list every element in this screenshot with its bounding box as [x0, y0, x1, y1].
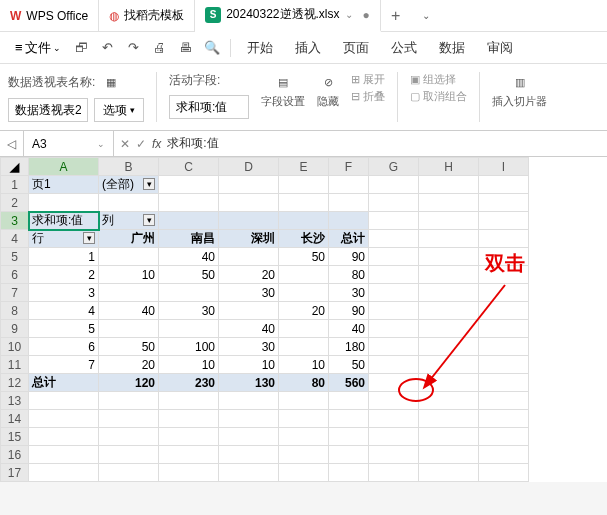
cell[interactable]	[419, 338, 479, 356]
cell[interactable]	[369, 446, 419, 464]
pivot-col-0[interactable]: 广州	[99, 230, 159, 248]
row-header-16[interactable]: 16	[1, 446, 29, 464]
formula-area[interactable]: ✕ ✓ fx 求和项:值	[114, 135, 225, 152]
pivot-data[interactable]	[99, 320, 159, 338]
menu-start[interactable]: 开始	[237, 35, 283, 61]
cell[interactable]	[29, 464, 99, 482]
tab-file[interactable]: S 20240322逆透视.xlsx ⌄ ●	[195, 0, 381, 32]
pivot-data[interactable]	[159, 320, 219, 338]
cell[interactable]	[279, 410, 329, 428]
pivot-data[interactable]: 40	[329, 320, 369, 338]
pivot-refresh-icon[interactable]: ▦	[101, 72, 121, 92]
cell-B1[interactable]: (全部)▾	[99, 176, 159, 194]
row-header-10[interactable]: 10	[1, 338, 29, 356]
name-box[interactable]: A3 ⌄	[24, 131, 114, 156]
cell[interactable]	[369, 302, 419, 320]
close-tab-icon[interactable]: ●	[363, 8, 370, 22]
cell[interactable]	[369, 194, 419, 212]
cell[interactable]	[329, 410, 369, 428]
cell[interactable]	[369, 284, 419, 302]
row-header-3[interactable]: 3	[1, 212, 29, 230]
cell[interactable]	[479, 464, 529, 482]
group-select-button[interactable]: ▣组选择	[410, 72, 467, 87]
cell[interactable]	[99, 428, 159, 446]
cell[interactable]	[219, 212, 279, 230]
pivot-data[interactable]: 40	[99, 302, 159, 320]
pivot-data[interactable]: 50	[279, 248, 329, 266]
cell[interactable]	[329, 392, 369, 410]
pivot-data[interactable]: 50	[329, 356, 369, 374]
pivot-data[interactable]	[219, 302, 279, 320]
cell[interactable]	[29, 392, 99, 410]
cell[interactable]	[419, 410, 479, 428]
tab-list-button[interactable]: ⌄	[411, 10, 441, 21]
cell[interactable]	[329, 446, 369, 464]
pivot-col-4[interactable]: 总计	[329, 230, 369, 248]
row-header-9[interactable]: 9	[1, 320, 29, 338]
dropdown-icon[interactable]: ▾	[143, 214, 155, 226]
pivot-row-label[interactable]: 7	[29, 356, 99, 374]
cell[interactable]	[419, 176, 479, 194]
cell[interactable]	[219, 446, 279, 464]
pivot-data[interactable]: 100	[159, 338, 219, 356]
pivot-data[interactable]: 10	[159, 356, 219, 374]
cell[interactable]	[159, 428, 219, 446]
cell[interactable]	[99, 194, 159, 212]
pivot-data[interactable]: 180	[329, 338, 369, 356]
menu-review[interactable]: 审阅	[477, 35, 523, 61]
cell[interactable]	[279, 392, 329, 410]
total-3[interactable]: 80	[279, 374, 329, 392]
pivot-data[interactable]: 90	[329, 248, 369, 266]
pivot-data[interactable]	[279, 338, 329, 356]
row-header-4[interactable]: 4	[1, 230, 29, 248]
cell[interactable]	[329, 212, 369, 230]
cell[interactable]	[219, 392, 279, 410]
slicer-button[interactable]: ▥ 插入切片器	[492, 72, 547, 122]
pivot-data[interactable]: 40	[219, 320, 279, 338]
cell[interactable]	[369, 374, 419, 392]
cell[interactable]	[419, 248, 479, 266]
cell[interactable]	[159, 446, 219, 464]
row-header-8[interactable]: 8	[1, 302, 29, 320]
cell[interactable]	[279, 464, 329, 482]
cell[interactable]	[329, 176, 369, 194]
cell[interactable]	[479, 374, 529, 392]
pivot-data[interactable]: 30	[219, 338, 279, 356]
file-menu[interactable]: ≡ 文件 ⌄	[8, 36, 68, 60]
col-header-A[interactable]: A	[29, 158, 99, 176]
cell[interactable]	[279, 176, 329, 194]
cell[interactable]	[99, 410, 159, 428]
check-icon[interactable]: ✓	[136, 137, 146, 151]
cell[interactable]	[279, 446, 329, 464]
ungroup-button[interactable]: ▢取消组合	[410, 89, 467, 104]
cell[interactable]	[29, 410, 99, 428]
save-icon[interactable]: 🗗	[70, 36, 94, 60]
cell[interactable]	[279, 194, 329, 212]
options-button[interactable]: 选项▾	[94, 98, 144, 122]
menu-data[interactable]: 数据	[429, 35, 475, 61]
cell-A1[interactable]: 页1	[29, 176, 99, 194]
cell[interactable]	[479, 176, 529, 194]
cell[interactable]	[369, 176, 419, 194]
expand-button[interactable]: ⊞展开	[351, 72, 385, 87]
hide-button[interactable]: ⊘ 隐藏	[317, 72, 339, 122]
pivot-data[interactable]: 90	[329, 302, 369, 320]
cell[interactable]	[419, 356, 479, 374]
cell[interactable]	[329, 428, 369, 446]
save2-icon[interactable]: 🖨	[148, 36, 172, 60]
pivot-data[interactable]: 80	[329, 266, 369, 284]
cell[interactable]	[369, 464, 419, 482]
pivot-data[interactable]: 10	[279, 356, 329, 374]
pivot-name-input[interactable]	[8, 98, 88, 122]
cell[interactable]	[419, 446, 479, 464]
row-header-14[interactable]: 14	[1, 410, 29, 428]
cell[interactable]	[479, 428, 529, 446]
cell[interactable]	[369, 356, 419, 374]
cell[interactable]	[369, 248, 419, 266]
cell[interactable]	[99, 464, 159, 482]
cell[interactable]	[369, 320, 419, 338]
cell[interactable]	[419, 302, 479, 320]
tab-wps[interactable]: W WPS Office	[0, 0, 99, 32]
cell[interactable]	[419, 464, 479, 482]
cell[interactable]	[419, 284, 479, 302]
